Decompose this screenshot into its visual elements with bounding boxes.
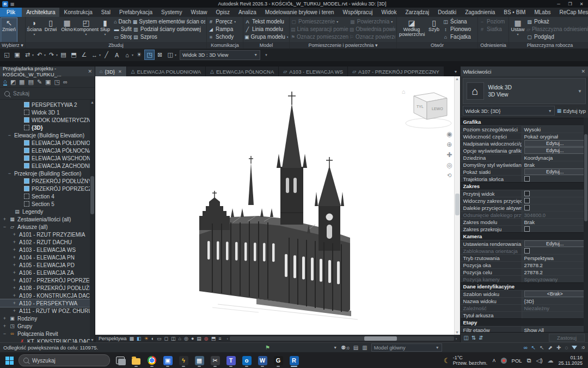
ribbon-tab-dodatki[interactable]: Dodatki xyxy=(433,8,461,17)
expand-icon[interactable]: + xyxy=(2,216,7,222)
undo-icon[interactable]: ↶ xyxy=(35,50,44,59)
element-selector[interactable]: Widok 3D: {3D} ▼ xyxy=(463,106,555,116)
tray-chevron-icon[interactable]: ˄ xyxy=(492,357,495,364)
tree-item-po-czenia-revit[interactable]: −∞Połączenia Revit xyxy=(0,330,95,337)
sheets-icon[interactable]: ✎ xyxy=(37,79,42,86)
ribbon-tab-mlabs[interactable]: MLabs xyxy=(530,8,555,17)
browser-scrollbar[interactable]: ▲ ▼ xyxy=(90,100,95,342)
ribbon-panel-label-p-aszczyzna-robocza[interactable]: Płaszczyzna robocza xyxy=(509,42,588,49)
section-grafika[interactable]: Grafika▪ xyxy=(461,118,588,125)
edit-button[interactable]: Edytuj... xyxy=(524,240,586,247)
expand-icon[interactable]: − xyxy=(7,132,12,138)
tree-item-zestawienia-ilo-ci-all[interactable]: +▦Zestawienia/Ilości (all) xyxy=(0,215,95,223)
ribbon-panel-label-zbuduj[interactable]: Zbuduj xyxy=(26,42,206,49)
wed-ug-powierzchni-button[interactable]: ◪Według powierzchni xyxy=(398,18,425,42)
podzia-ciany-os-onowej-button[interactable]: ▥Podział ściany osłonowej xyxy=(133,26,205,33)
szpros-button[interactable]: ▤Szpros xyxy=(133,33,205,40)
task-view-icon[interactable] xyxy=(115,354,126,367)
measure-icon[interactable]: ∠ xyxy=(79,50,89,59)
tree-item-widok-3d-1[interactable]: Widok 3D 1 xyxy=(0,108,95,116)
ribbon-tab-bs-bim[interactable]: BS • BIM xyxy=(499,8,530,17)
section-box-icon[interactable]: ◳ xyxy=(145,50,154,59)
checkbox[interactable] xyxy=(524,198,530,203)
expand-icon[interactable]: − xyxy=(2,331,7,336)
rendering-dialog-icon[interactable]: ▭ xyxy=(157,336,162,341)
spinner-icon[interactable]: ◌ xyxy=(565,345,568,351)
visual-style-icon[interactable]: ◧ xyxy=(137,336,142,341)
horizontal-scrollbar[interactable]: ‹ › xyxy=(225,336,458,341)
gimp-icon[interactable]: G xyxy=(273,354,284,367)
view-scale-label[interactable]: Perspektywa xyxy=(99,336,127,341)
type-selector[interactable]: ⌂ Widok 3D 3D View ▼ xyxy=(463,78,586,104)
revit-logo-icon[interactable]: R xyxy=(2,1,8,7)
editing-requests-icon[interactable]: ⚑ xyxy=(265,345,270,351)
rampa-button[interactable]: ◢Rampa xyxy=(208,26,236,33)
select-pinned-icon[interactable]: ↖ xyxy=(540,345,544,351)
view-tab-a103-elewacja-ws[interactable]: ▱A103 - ELEWACJA WS xyxy=(279,67,348,76)
orbit-icon[interactable]: ◎ xyxy=(446,162,452,168)
browser-search-input[interactable]: Szukaj xyxy=(0,88,95,100)
tree-item-kt-konstrukcja-dachu-rvt[interactable]: ✗KT_KONSTRUKCJA DACHU.rvt xyxy=(0,337,95,342)
tree-item-elewacja-wschodnia[interactable]: ELEWACJA WSCHODNIA xyxy=(0,154,95,162)
zoom-icon[interactable]: ⊕ xyxy=(446,141,452,148)
switch-windows-icon[interactable]: ◫ xyxy=(166,50,175,59)
okno-button[interactable]: ▦Okno xyxy=(59,18,75,42)
dimension-icon[interactable]: ↔ xyxy=(90,50,99,59)
restore-button[interactable]: ❐ xyxy=(565,1,575,8)
tree-item-widok-izometryczny[interactable]: WIDOK IZOMETRYCZNY xyxy=(0,116,95,124)
grupa-modelu-button[interactable]: ▣Grupa modelu▾ xyxy=(244,33,288,40)
reveal-hidden-icon[interactable]: ◎ xyxy=(184,336,188,341)
views-icon[interactable]: ▦ xyxy=(19,79,24,86)
powierzchnia-button[interactable]: ▩Powierzchnia▾ xyxy=(350,18,395,25)
tree-item-section-4[interactable]: Section 4 xyxy=(0,192,95,200)
expand-icon[interactable]: + xyxy=(2,323,7,329)
property-value[interactable]: Edytuj... xyxy=(522,240,588,247)
taskbar-search-input[interactable]: Wyszukaj xyxy=(19,354,110,366)
toolbar-overflow-icon[interactable]: ▼ xyxy=(265,53,268,57)
komponent-button[interactable]: ◰Komponent▾ xyxy=(76,18,96,42)
system-element-w-cian-os-onowych-button[interactable]: ▦System elementów ścian osłonowych xyxy=(133,18,205,25)
section-zakres[interactable]: Zakres▪ xyxy=(461,182,588,190)
tree-item-legendy[interactable]: ▤Legendy xyxy=(0,208,95,215)
tree-item-perspektywa-2[interactable]: PERSPEKTYWA 2 xyxy=(0,101,95,108)
ribbon-tab-zarz-dzaj[interactable]: Zarządzaj xyxy=(401,8,433,17)
ribbon-tab-modelowanie-bry-owe-i-teren[interactable]: Modelowanie bryłowe i teren xyxy=(261,8,339,17)
property-value[interactable]: Brak xyxy=(522,219,588,225)
expand-icon[interactable]: + xyxy=(12,308,17,313)
sync-icon[interactable]: ⇄ xyxy=(23,50,32,59)
expand-icon[interactable]: + xyxy=(12,262,17,268)
checkbox[interactable] xyxy=(524,191,530,196)
select-underlay-icon[interactable]: ↖ xyxy=(531,345,536,351)
property-value[interactable]: 304800.0 xyxy=(522,212,588,218)
ribbon-panel-label-pomieszczenie-i-powierzchnia[interactable]: Pomieszczenie i powierzchnia ▾ xyxy=(290,42,396,49)
poka-button[interactable]: ▨Pokaż xyxy=(526,18,588,25)
open-icon[interactable]: ◱ xyxy=(2,50,11,59)
ribbon-tab-opisz[interactable]: Opisz xyxy=(211,8,234,17)
close-icon[interactable]: ✕ xyxy=(581,69,585,74)
schody-button[interactable]: ≡Schody xyxy=(208,33,236,40)
checkbox[interactable] xyxy=(524,176,530,182)
ciana-button[interactable]: ◗Ściana▾ xyxy=(27,18,42,42)
pionowo-button[interactable]: ↕Pionowo xyxy=(443,26,471,33)
szyb-button[interactable]: ▯Szyb xyxy=(426,18,442,42)
property-value[interactable]: Edytuj... xyxy=(522,168,588,175)
start-button[interactable] xyxy=(5,357,14,365)
close-hidden-icon[interactable]: ⊠ xyxy=(155,50,164,59)
select-link-icon[interactable]: ∞ xyxy=(524,345,528,351)
tree-item-arkusze-all[interactable]: −▱Arkusze (all) xyxy=(0,223,95,231)
explorer-icon[interactable] xyxy=(131,354,142,367)
selection-icon[interactable]: ◩ xyxy=(10,79,16,86)
word-icon[interactable]: W xyxy=(257,354,268,367)
tree-item-grupy[interactable]: +◳Grupy xyxy=(0,322,95,330)
tree-item-przekr-j-poprzeczny[interactable]: PRZEKRÓJ POPRZECZNY xyxy=(0,185,95,192)
render-icon[interactable]: ☀ xyxy=(134,50,144,59)
tree-item-rodziny[interactable]: +▣Rodziny xyxy=(0,315,95,322)
design-options-icon[interactable]: ▥ xyxy=(362,345,367,351)
shadows-icon[interactable]: ◐ xyxy=(151,336,154,341)
property-value[interactable] xyxy=(522,197,588,204)
property-value[interactable]: 27878.2 xyxy=(522,269,588,275)
chevron-down-icon[interactable]: ▾ xyxy=(132,53,133,57)
viewcube-home-icon[interactable]: ⌂ xyxy=(402,88,406,95)
links-icon[interactable]: ∞ xyxy=(63,79,68,85)
language-indicator[interactable]: POL xyxy=(512,358,522,364)
